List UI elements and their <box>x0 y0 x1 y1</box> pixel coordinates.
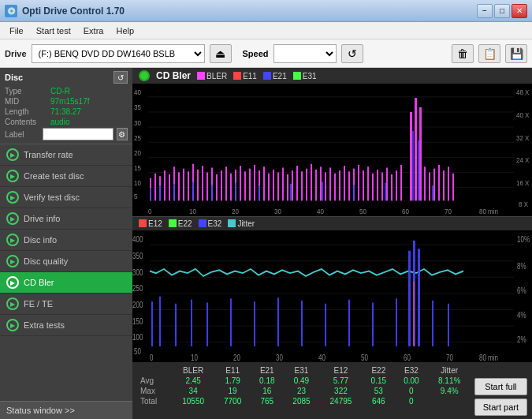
disc-length-label: Length <box>5 107 50 116</box>
save-button[interactable]: 💾 <box>505 44 527 63</box>
chart-header: CD Bler BLER E11 E21 <box>132 68 532 84</box>
stats-area: BLER E11 E21 E31 E12 E22 E32 Jitter Avg <box>132 362 532 419</box>
sidebar-item-fe-te[interactable]: ▶ FE / TE <box>0 294 132 315</box>
close-button[interactable]: ✕ <box>512 4 527 18</box>
svg-rect-146 <box>277 297 279 346</box>
start-part-button[interactable]: Start part <box>474 398 527 416</box>
svg-text:48 X: 48 X <box>516 88 530 97</box>
svg-text:80 min: 80 min <box>479 207 498 215</box>
bottom-chart-header: E12 E22 E32 Jitter <box>132 217 532 230</box>
svg-text:0: 0 <box>148 207 152 215</box>
disc-label-input[interactable] <box>43 128 113 140</box>
svg-rect-86 <box>415 98 417 200</box>
maximize-button[interactable]: □ <box>494 4 510 18</box>
svg-rect-147 <box>301 300 303 346</box>
sidebar-item-transfer-rate[interactable]: ▶ Transfer rate <box>0 144 132 166</box>
minimize-button[interactable]: − <box>477 4 493 18</box>
create-test-disc-icon: ▶ <box>6 170 19 182</box>
svg-rect-143 <box>206 302 208 346</box>
svg-text:10%: 10% <box>517 235 530 244</box>
svg-rect-38 <box>183 169 184 201</box>
menu-start-test[interactable]: Start test <box>30 24 77 37</box>
col-header-e32: E32 <box>395 365 428 376</box>
svg-rect-107 <box>418 140 419 201</box>
sidebar-item-fe-te-label: FE / TE <box>24 299 53 309</box>
sidebar-item-drive-info[interactable]: ▶ Drive info <box>0 208 132 230</box>
svg-text:0: 0 <box>150 353 153 361</box>
svg-rect-155 <box>432 300 433 346</box>
sidebar-item-disc-quality-label: Disc quality <box>24 256 68 266</box>
total-e12: 24795 <box>319 396 362 406</box>
svg-rect-39 <box>188 171 189 200</box>
menu-help[interactable]: Help <box>110 24 140 37</box>
svg-rect-93 <box>448 166 449 200</box>
sidebar-item-disc-quality[interactable]: ▶ Disc quality <box>0 251 132 272</box>
status-window-button[interactable]: Status window >> <box>0 401 132 419</box>
label-settings-button[interactable]: ⚙ <box>117 128 128 140</box>
max-bler: 34 <box>172 386 214 396</box>
top-chart: 40 35 30 25 20 15 10 5 48 X 40 X 32 X 24… <box>132 84 532 217</box>
svg-text:50: 50 <box>361 353 368 361</box>
svg-rect-63 <box>301 171 303 200</box>
svg-rect-102 <box>290 184 292 201</box>
main-layout: Disc ↺ Type CD-R MID 97m15s17f Length 71… <box>0 68 532 419</box>
svg-rect-109 <box>132 230 532 363</box>
svg-rect-101 <box>259 185 260 200</box>
svg-rect-99 <box>211 185 213 200</box>
svg-text:10: 10 <box>191 353 198 361</box>
start-full-button[interactable]: Start full <box>474 378 527 395</box>
svg-rect-100 <box>235 183 236 201</box>
disc-contents-value: audio <box>50 118 69 126</box>
max-jitter: 9.4% <box>428 386 471 396</box>
avg-e32: 0.00 <box>395 376 428 386</box>
svg-text:35: 35 <box>134 103 141 112</box>
svg-text:5: 5 <box>134 192 138 200</box>
charts-container: CD Bler BLER E11 E21 <box>132 68 532 362</box>
max-e32: 0 <box>395 386 428 396</box>
svg-rect-139 <box>151 301 153 346</box>
svg-rect-47 <box>225 166 227 200</box>
svg-rect-94 <box>452 174 454 201</box>
content-area: CD Bler BLER E11 E21 <box>132 68 532 419</box>
svg-rect-88 <box>424 166 426 200</box>
eject-button[interactable]: ⏏ <box>210 44 232 63</box>
window-controls: − □ ✕ <box>477 4 527 18</box>
total-jitter <box>428 396 471 406</box>
svg-text:40: 40 <box>134 88 141 97</box>
sidebar-item-cd-bler[interactable]: ▶ CD Bler <box>0 272 132 294</box>
legend-jitter: Jitter <box>228 219 255 228</box>
disc-refresh-button[interactable]: ↺ <box>113 71 128 84</box>
menu-extra[interactable]: Extra <box>77 24 110 37</box>
svg-rect-98 <box>192 181 194 200</box>
svg-rect-61 <box>292 170 293 200</box>
menu-file[interactable]: File <box>3 24 30 37</box>
sidebar-item-create-test-disc[interactable]: ▶ Create test disc <box>0 166 132 187</box>
bottom-chart-svg: 400 350 300 250 200 150 100 50 10% 8% 6%… <box>132 230 532 363</box>
chart-title-icon <box>139 70 150 81</box>
erase-button[interactable]: 🗑 <box>452 44 474 63</box>
col-header-bler: BLER <box>172 365 214 376</box>
sidebar-item-extra-tests[interactable]: ▶ Extra tests <box>0 315 132 336</box>
svg-rect-56 <box>268 174 270 201</box>
sidebar-item-disc-info[interactable]: ▶ Disc info <box>0 230 132 251</box>
total-e32: 0 <box>395 396 428 406</box>
speed-select[interactable] <box>273 44 337 63</box>
svg-text:10: 10 <box>189 207 196 215</box>
svg-rect-48 <box>230 174 232 201</box>
svg-rect-69 <box>329 167 331 200</box>
sidebar-item-extra-tests-label: Extra tests <box>24 320 65 330</box>
drive-select[interactable]: (F:) BENQ DVD DD DW1640 BSLB <box>32 44 205 63</box>
sidebar-item-verify-test-disc[interactable]: ▶ Verify test disc <box>0 187 132 208</box>
col-header-jitter: Jitter <box>428 365 471 376</box>
refresh-button[interactable]: ↺ <box>341 44 363 63</box>
svg-text:8 X: 8 X <box>519 200 528 208</box>
row-max-label: Max <box>137 386 172 396</box>
disc-mid-value: 97m15s17f <box>50 97 89 106</box>
sidebar-item-create-test-disc-label: Create test disc <box>24 171 84 181</box>
avg-e11: 1.79 <box>214 376 251 386</box>
copy-button[interactable]: 📋 <box>478 44 500 63</box>
disc-type-value: CD-R <box>50 87 70 95</box>
sidebar-item-cd-bler-label: CD Bler <box>24 278 54 287</box>
svg-rect-71 <box>339 170 340 200</box>
total-e11: 7700 <box>214 396 251 406</box>
